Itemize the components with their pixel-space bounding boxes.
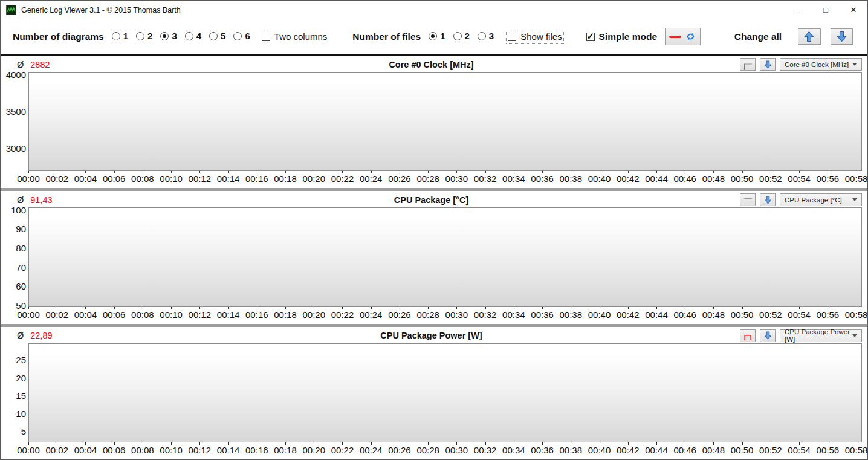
move-chart-down-button[interactable] bbox=[760, 58, 776, 71]
down-arrow-icon bbox=[764, 331, 772, 340]
x-tick-label: 00:16 bbox=[245, 310, 268, 319]
up-arrow-icon bbox=[744, 60, 752, 70]
change-all-up-button[interactable] bbox=[798, 28, 820, 45]
y-tick-label: 10 bbox=[16, 409, 26, 418]
radio-option-1[interactable]: 1 bbox=[429, 31, 445, 41]
x-tick-label: 00:52 bbox=[759, 310, 782, 319]
app-icon bbox=[6, 5, 16, 15]
signal-select[interactable]: CPU Package [°C] bbox=[780, 193, 862, 206]
x-tick-label: 00:14 bbox=[217, 174, 240, 183]
x-tick-label: 00:32 bbox=[474, 174, 497, 183]
radio-option-3[interactable]: 3 bbox=[478, 31, 494, 41]
x-tick-label: 00:42 bbox=[617, 310, 640, 319]
radio-option-1[interactable]: 1 bbox=[112, 31, 128, 41]
chevron-down-icon bbox=[852, 198, 857, 201]
x-tick-label: 00:50 bbox=[731, 174, 754, 183]
y-tick-label: 25 bbox=[16, 355, 26, 364]
y-tick-label: 50 bbox=[16, 301, 26, 310]
average-readout: Ø2882 bbox=[17, 60, 50, 70]
radio-option-2[interactable]: 2 bbox=[453, 31, 470, 41]
y-tick-label: 3000 bbox=[6, 144, 26, 153]
x-tick-label: 00:28 bbox=[416, 310, 439, 319]
down-arrow-icon bbox=[764, 60, 772, 70]
window-title: Generic Log Viewer 3.1 - © 2015 Thomas B… bbox=[21, 6, 181, 15]
radio-icon bbox=[478, 32, 486, 40]
x-tick-label: 00:30 bbox=[445, 174, 468, 183]
close-button[interactable]: ✕ bbox=[840, 1, 867, 19]
plot-area bbox=[28, 207, 862, 306]
y-tick-label: 60 bbox=[16, 282, 26, 291]
chart-panel-core0-clock: Ø2882 Core #0 Clock [MHz] Core #0 Clock … bbox=[1, 56, 867, 188]
move-chart-up-button[interactable] bbox=[740, 329, 756, 342]
x-tick-label: 00:38 bbox=[560, 310, 583, 319]
x-axis: 00:0000:0200:0400:0600:0800:1000:1200:14… bbox=[28, 442, 862, 459]
app-window: Generic Log Viewer 3.1 - © 2015 Thomas B… bbox=[0, 0, 868, 460]
down-arrow-icon bbox=[764, 195, 772, 205]
radio-icon bbox=[136, 32, 144, 40]
chart-panel-cpu-package-temp: Ø91,43 CPU Package [°C] CPU Package [°C]… bbox=[1, 191, 867, 323]
maximize-button[interactable]: □ bbox=[812, 1, 840, 19]
y-tick-label: 100 bbox=[11, 205, 26, 214]
average-value: 91,43 bbox=[30, 195, 52, 205]
x-tick-label: 00:14 bbox=[217, 445, 240, 455]
change-all-label: Change all bbox=[734, 31, 782, 42]
simple-mode-checkbox[interactable]: Simple mode bbox=[586, 31, 657, 42]
x-tick-label: 00:06 bbox=[103, 445, 126, 455]
radio-option-5[interactable]: 5 bbox=[209, 31, 225, 41]
x-tick-label: 00:32 bbox=[474, 445, 497, 455]
x-tick-label: 00:40 bbox=[588, 445, 611, 455]
move-chart-up-button[interactable] bbox=[740, 193, 756, 206]
x-tick-label: 00:58 bbox=[845, 310, 868, 319]
radio-icon bbox=[233, 32, 242, 40]
move-chart-down-button[interactable] bbox=[760, 329, 776, 342]
y-axis: 5060708090100 bbox=[1, 207, 28, 306]
x-tick-label: 00:24 bbox=[360, 310, 383, 319]
y-tick-label: 15 bbox=[16, 391, 26, 400]
two-columns-checkbox[interactable]: Two columns bbox=[262, 31, 328, 42]
x-axis: 00:0000:0200:0400:0600:0800:1000:1200:14… bbox=[28, 307, 862, 323]
x-tick-label: 00:14 bbox=[217, 310, 240, 319]
signal-select[interactable]: CPU Package Power [W] bbox=[780, 329, 862, 342]
x-tick-label: 00:26 bbox=[388, 174, 411, 183]
move-chart-up-button[interactable] bbox=[740, 58, 756, 71]
signal-select[interactable]: Core #0 Clock [MHz] bbox=[780, 58, 862, 71]
simple-mode-checkbox-box[interactable] bbox=[586, 33, 595, 41]
show-files-checkbox[interactable]: Show files bbox=[508, 31, 562, 42]
x-tick-label: 00:18 bbox=[274, 445, 297, 455]
show-files-checkbox-box[interactable] bbox=[508, 33, 516, 41]
x-tick-label: 00:56 bbox=[817, 174, 840, 183]
y-axis: 510152025 bbox=[1, 343, 28, 442]
minimize-button[interactable]: − bbox=[784, 1, 812, 19]
x-tick-label: 00:16 bbox=[245, 445, 268, 455]
change-all-down-button[interactable] bbox=[831, 28, 853, 45]
x-tick-label: 00:20 bbox=[302, 445, 325, 455]
x-tick-label: 00:36 bbox=[531, 310, 554, 319]
two-columns-checkbox-box[interactable] bbox=[262, 33, 270, 41]
series-line bbox=[744, 335, 752, 340]
x-tick-label: 00:08 bbox=[131, 310, 154, 319]
y-tick-label: 80 bbox=[16, 243, 26, 252]
x-tick-label: 00:34 bbox=[502, 174, 525, 183]
y-tick-label: 90 bbox=[16, 224, 26, 233]
radio-option-4[interactable]: 4 bbox=[185, 31, 201, 41]
radio-icon bbox=[185, 32, 193, 40]
x-tick-label: 00:18 bbox=[274, 174, 297, 183]
x-tick-label: 00:12 bbox=[189, 310, 212, 319]
move-chart-down-button[interactable] bbox=[760, 193, 776, 206]
chart-title: Core #0 Clock [MHz] bbox=[1, 60, 862, 70]
x-tick-label: 00:48 bbox=[702, 174, 725, 183]
y-tick-label: 3500 bbox=[6, 107, 26, 116]
x-tick-label: 00:06 bbox=[103, 174, 126, 183]
radio-option-3[interactable]: 3 bbox=[160, 31, 177, 41]
chart-title: CPU Package Power [W] bbox=[1, 331, 862, 340]
line-style-refresh-button[interactable] bbox=[665, 28, 701, 45]
radio-option-6[interactable]: 6 bbox=[233, 31, 250, 41]
x-tick-label: 00:06 bbox=[103, 310, 126, 319]
x-tick-label: 00:44 bbox=[645, 310, 668, 319]
radio-option-2[interactable]: 2 bbox=[136, 31, 152, 41]
plot-area bbox=[28, 343, 862, 442]
x-tick-label: 00:50 bbox=[731, 310, 754, 319]
chevron-down-icon bbox=[852, 334, 857, 337]
up-arrow-icon bbox=[744, 331, 752, 340]
x-tick-label: 00:44 bbox=[645, 445, 668, 455]
